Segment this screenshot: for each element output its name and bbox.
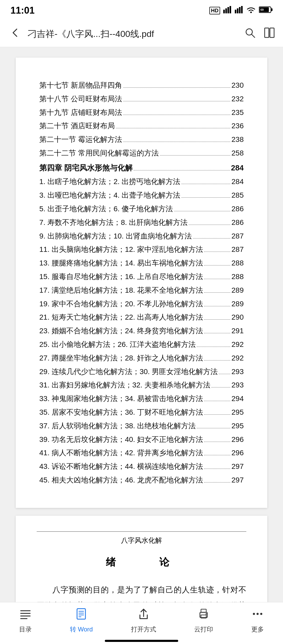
toc-page-num: 230 [231,79,244,92]
toc-line-text: 33. 神鬼闹家地化解方法；34. 易被雷击地化解方法 [39,392,203,406]
toc-page-num: 290 [231,310,244,324]
svg-rect-0 [223,10,225,13]
toc-dots [197,347,230,347]
toolbar-actions [244,27,275,41]
toc-line-text: 25. 出小偷地化解方法；26. 江洋大盗地化解方法 [39,338,196,351]
toc-line: 17. 满堂绝后地化解方法；18. 花果不全地化解方法289 [39,284,244,297]
toc-dots [174,211,230,211]
toc-page-num: 289 [231,284,244,297]
nav-more-label: 更多 [251,625,264,634]
home-indicator [105,640,178,642]
status-time: 11:01 [10,5,35,16]
svg-rect-4 [235,10,236,13]
battery-icon: 69 [259,6,273,15]
svg-point-31 [257,613,259,615]
svg-line-14 [252,34,255,37]
toc-line-text: 41. 病人不断地化解方法；42. 背井离乡地化解方法 [39,446,203,460]
svg-rect-3 [230,6,231,13]
toc-dots [123,142,231,142]
toc-page-num: 235 [231,106,244,119]
toc-line: 31. 出寡妇另嫁地化解方法；32. 夫妻相杀地化解方法293 [39,378,244,392]
signal-icon-2 [235,6,243,15]
svg-rect-21 [77,609,85,619]
svg-rect-28 [201,609,206,612]
toc-line: 21. 短寿天亡地化解方法；22. 出高寿人地化解方法290 [39,310,244,324]
toc-dots [204,469,230,469]
toc-line: 第二十一节 霉运化解方法238 [39,133,244,146]
svg-rect-7 [241,6,243,13]
toc-page-num: 286 [231,202,244,216]
toc-dots [204,442,230,442]
nav-print[interactable]: 云打印 [189,605,218,636]
pdf-page-1: 第十七节 新居物品拜四角230第十八节 公司旺财布局法232第十九节 店铺旺财布… [16,58,267,508]
toc-icon [19,608,32,623]
toc-line-text: 27. 蹲腿坐牢地化解方法；28. 奸诈之人地化解方法 [39,351,203,365]
toc-line-text: 11. 出头脑病地化解方法；12. 家中淫乱地化解方法 [39,243,203,256]
toc-dots [204,482,230,482]
toc-line: 45. 相夫大凶地化解方法；46. 龙虎不配地化解方法297 [39,473,244,487]
toc-line-text: 37. 后人软弱地化解方法；38. 出绝枝地化解方法 [39,419,196,433]
nav-open[interactable]: 打开方式 [126,605,161,636]
toc-line: 35. 居家不安地化解方法；36. 丁财不旺地化解方法295 [39,406,244,419]
toc-dots [211,387,230,387]
toc-dots [204,414,230,415]
toc-page-num: 288 [231,270,244,284]
toc-page-num: 296 [231,433,244,446]
toc-page-num: 295 [231,406,244,419]
svg-rect-10 [271,8,273,11]
nav-toc-label: 目录 [19,625,32,634]
open-icon [137,608,150,623]
status-icons: HD [209,6,273,15]
svg-rect-1 [225,8,227,13]
page-header: 八字风水化解 [37,531,246,545]
toc-dots [219,374,230,374]
toc-page-num: 293 [231,365,244,379]
wifi-icon [246,6,256,15]
toc-line-text: 43. 诉讼不断地化解方法；44. 横祸连续地化解方法 [39,460,203,473]
toc-line-text: 19. 家中不合地化解方法；20. 不孝儿孙地化解方法 [39,297,203,311]
chapter-title: 绪 论 [37,556,246,569]
svg-text:69: 69 [260,8,264,11]
layout-button[interactable] [264,27,275,41]
toc-page-num: 294 [231,392,244,406]
toc-page-num: 258 [231,146,244,160]
nav-word[interactable]: 转 Word [65,605,98,636]
hd-icon: HD [209,7,220,14]
toc-line: 23. 婚姻不合地化解方法；24. 终身贫穷地化解方法291 [39,324,244,338]
print-icon [197,608,210,623]
toc-dots [116,128,231,128]
nav-toc[interactable]: 目录 [14,605,37,636]
toc-line-text: 5. 出歪子地化解方法；6. 傻子地化解方法 [39,202,173,216]
toc-page-num: 284 [231,161,244,175]
toc-dots [123,87,231,88]
toc-dots [193,238,230,238]
svg-point-8 [250,12,252,13]
toc-line: 27. 蹲腿坐牢地化解方法；28. 奸诈之人地化解方法292 [39,351,244,365]
toc-page-num: 284 [231,175,244,188]
toc-dots [204,319,230,320]
toc-line-text: 17. 满堂绝后地化解方法；18. 花果不全地化解方法 [39,284,203,297]
toc-line-text: 13. 腰腿疼痛地化解方法；14. 易出车祸地化解方法 [39,256,203,270]
svg-rect-16 [270,28,274,37]
svg-rect-5 [237,8,238,13]
toc-line-text: 第二十一节 霉运化解方法 [39,133,122,146]
document-title: 刁吉祥-《八字风...扫--400线.pdf [28,28,239,40]
toc-line: 37. 后人软弱地化解方法；38. 出绝枝地化解方法295 [39,419,244,433]
svg-point-29 [206,613,207,615]
signal-icon-1 [223,6,232,15]
toc-line-text: 第十七节 新居物品拜四角 [39,79,122,92]
toc-line-text: 1. 出瞎子地化解方法；2. 出捞丐地化解方法 [39,175,180,188]
word-icon [75,608,88,623]
toc-line: 41. 病人不断地化解方法；42. 背井离乡地化解方法296 [39,446,244,460]
toc-line: 39. 功名无后坟化解方法；40. 妇女不正地化解方法296 [39,433,244,446]
back-button[interactable] [8,25,23,42]
toc-line: 29. 连续几代少亡地化解方法；30. 男匪女淫地化解方法293 [39,365,244,379]
toc-line-text: 第十八节 公司旺财布局法 [39,92,122,106]
toc-dots [160,155,231,156]
toc-dots [134,170,230,170]
toc-page-num: 285 [231,188,244,202]
nav-more[interactable]: 更多 [246,605,269,636]
search-button[interactable] [244,27,256,41]
toc-line: 9. 出肺病地化解方法；10. 出肾血病地化解方法287 [39,229,244,243]
nav-open-label: 打开方式 [131,625,156,634]
